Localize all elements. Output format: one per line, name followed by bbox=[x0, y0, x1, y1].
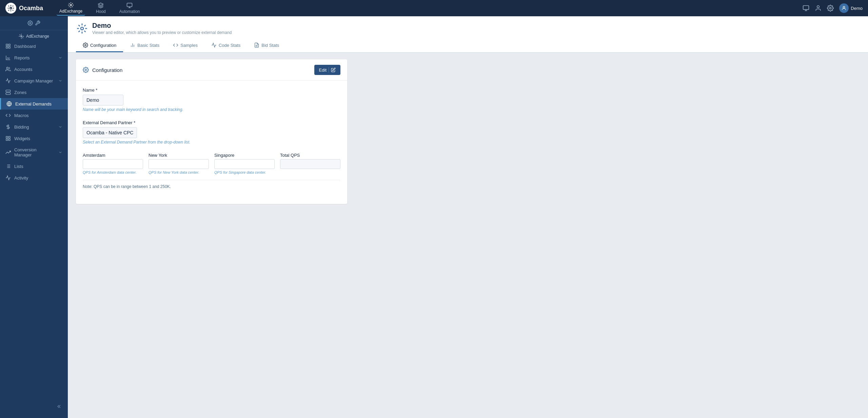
sidebar-item-bidding[interactable]: Bidding bbox=[0, 121, 68, 133]
campaign-chevron-icon bbox=[58, 79, 62, 83]
qps-grid: Amsterdam QPS for Amsterdam data center.… bbox=[83, 153, 340, 174]
macros-icon bbox=[5, 113, 11, 118]
svg-rect-18 bbox=[8, 44, 10, 46]
sidebar-item-widgets[interactable]: Widgets bbox=[0, 133, 68, 144]
svg-point-40 bbox=[85, 44, 86, 46]
edit-button-label: Edit bbox=[319, 68, 327, 73]
qps-singapore-hint: QPS for Singapore data center. bbox=[214, 170, 275, 174]
nav-adexchange-label: AdExchange bbox=[59, 9, 82, 14]
tab-samples-label: Samples bbox=[180, 43, 198, 48]
sidebar-item-activity-label: Activity bbox=[14, 175, 28, 180]
svg-rect-30 bbox=[8, 136, 10, 138]
config-card-header: Configuration Edit bbox=[76, 59, 347, 81]
external-demands-icon bbox=[6, 101, 12, 107]
svg-point-14 bbox=[843, 6, 845, 8]
tab-basic-stats[interactable]: Basic Stats bbox=[123, 39, 166, 52]
svg-point-0 bbox=[10, 7, 12, 9]
content-area: Configuration Edit Name * Demo bbox=[68, 53, 868, 211]
field-name-hint: Name will be your main keyword in search… bbox=[83, 107, 340, 112]
svg-point-15 bbox=[29, 22, 31, 24]
tab-samples-icon bbox=[173, 42, 178, 48]
page-description: Viewer and editor, which allows you to p… bbox=[92, 30, 232, 35]
settings-icon[interactable] bbox=[827, 5, 834, 12]
logo-icon bbox=[5, 3, 16, 14]
bidding-chevron-icon bbox=[58, 125, 62, 129]
sidebar-item-reports[interactable]: Reports bbox=[0, 52, 68, 63]
user-name: Demo bbox=[851, 6, 863, 11]
tab-bid-stats-label: Bid Stats bbox=[261, 43, 279, 48]
tab-bid-stats[interactable]: Bid Stats bbox=[247, 39, 286, 52]
app-logo[interactable]: Ocamba bbox=[5, 3, 43, 14]
svg-point-9 bbox=[70, 4, 72, 6]
nav-automation[interactable]: Automation bbox=[117, 1, 143, 15]
user-avatar bbox=[839, 3, 849, 13]
main-content: Demo Viewer and editor, which allows you… bbox=[68, 16, 868, 418]
user-area[interactable]: Demo bbox=[839, 3, 863, 13]
qps-newyork-input[interactable] bbox=[149, 159, 209, 169]
tab-configuration-label: Configuration bbox=[90, 43, 116, 48]
conversion-manager-icon bbox=[5, 150, 11, 155]
config-card-title-label: Configuration bbox=[92, 67, 122, 73]
svg-point-21 bbox=[6, 67, 8, 69]
tab-code-stats-label: Code Stats bbox=[219, 43, 240, 48]
field-partner-hint: Select an External Demand Partner from t… bbox=[83, 140, 340, 145]
svg-rect-10 bbox=[127, 3, 132, 7]
sidebar-item-accounts[interactable]: Accounts bbox=[0, 63, 68, 75]
tab-configuration-icon bbox=[83, 42, 88, 48]
svg-rect-11 bbox=[803, 6, 809, 10]
sidebar-item-external-demands[interactable]: External Demands bbox=[0, 98, 68, 110]
tab-basic-stats-icon bbox=[130, 42, 135, 48]
sidebar-item-zones[interactable]: Zones bbox=[0, 87, 68, 98]
sidebar-item-conversion-label: Conversion Manager bbox=[14, 147, 55, 157]
sidebar-item-accounts-label: Accounts bbox=[14, 67, 32, 72]
page-icon bbox=[76, 22, 88, 35]
sidebar-item-campaign-label: Campaign Manager bbox=[14, 78, 53, 83]
svg-rect-31 bbox=[8, 139, 10, 140]
sidebar-settings-icon[interactable] bbox=[27, 20, 33, 26]
sidebar-collapse-button[interactable] bbox=[0, 400, 68, 413]
tab-configuration[interactable]: Configuration bbox=[76, 39, 123, 52]
svg-rect-20 bbox=[6, 46, 8, 48]
tab-samples[interactable]: Samples bbox=[166, 39, 204, 52]
notifications-icon[interactable] bbox=[803, 5, 809, 12]
page-title: Demo bbox=[92, 22, 232, 30]
svg-rect-22 bbox=[6, 90, 10, 92]
sidebar-item-bidding-label: Bidding bbox=[14, 125, 29, 130]
sidebar-item-dashboard-label: Dashboard bbox=[14, 44, 36, 49]
edit-button[interactable]: Edit bbox=[314, 65, 340, 75]
collapse-icon bbox=[57, 404, 62, 409]
nav-automation-label: Automation bbox=[119, 9, 140, 14]
sidebar-item-macros[interactable]: Macros bbox=[0, 110, 68, 121]
sidebar-wrench-icon[interactable] bbox=[35, 20, 40, 26]
sidebar-item-external-demands-label: External Demands bbox=[15, 101, 52, 107]
svg-point-16 bbox=[21, 36, 22, 37]
top-nav-right: Demo bbox=[803, 3, 863, 13]
top-navigation: Ocamba AdExchange Hood Automation bbox=[0, 0, 868, 16]
sidebar-item-lists[interactable]: Lists bbox=[0, 160, 68, 172]
qps-amsterdam-input[interactable] bbox=[83, 159, 143, 169]
sidebar-item-campaign-manager[interactable]: Campaign Manager bbox=[0, 75, 68, 87]
qps-newyork-label: New York bbox=[149, 153, 209, 158]
reports-chevron-icon bbox=[58, 56, 62, 60]
qps-amsterdam: Amsterdam QPS for Amsterdam data center. bbox=[83, 153, 143, 174]
nav-adexchange[interactable]: AdExchange bbox=[57, 1, 85, 16]
qps-total-input[interactable] bbox=[280, 159, 340, 169]
profile-icon[interactable] bbox=[815, 5, 822, 12]
sidebar-item-dashboard[interactable]: Dashboard bbox=[0, 40, 68, 52]
field-name-label: Name * bbox=[83, 88, 340, 93]
qps-singapore-input[interactable] bbox=[214, 159, 275, 169]
nav-hood[interactable]: Hood bbox=[93, 1, 108, 15]
widgets-icon bbox=[5, 136, 11, 141]
configuration-card: Configuration Edit Name * Demo bbox=[76, 59, 347, 204]
sidebar-item-activity[interactable]: Activity bbox=[0, 172, 68, 184]
svg-rect-29 bbox=[6, 136, 8, 138]
tab-code-stats[interactable]: Code Stats bbox=[204, 39, 247, 52]
svg-line-7 bbox=[13, 6, 13, 6]
config-body: Name * Demo Name will be your main keywo… bbox=[76, 81, 347, 204]
dashboard-icon bbox=[5, 43, 11, 49]
sidebar-item-conversion-manager[interactable]: Conversion Manager bbox=[0, 144, 68, 160]
svg-rect-23 bbox=[6, 93, 10, 94]
edit-pencil-icon bbox=[331, 68, 336, 72]
svg-rect-17 bbox=[6, 44, 8, 46]
reports-icon bbox=[5, 55, 11, 60]
